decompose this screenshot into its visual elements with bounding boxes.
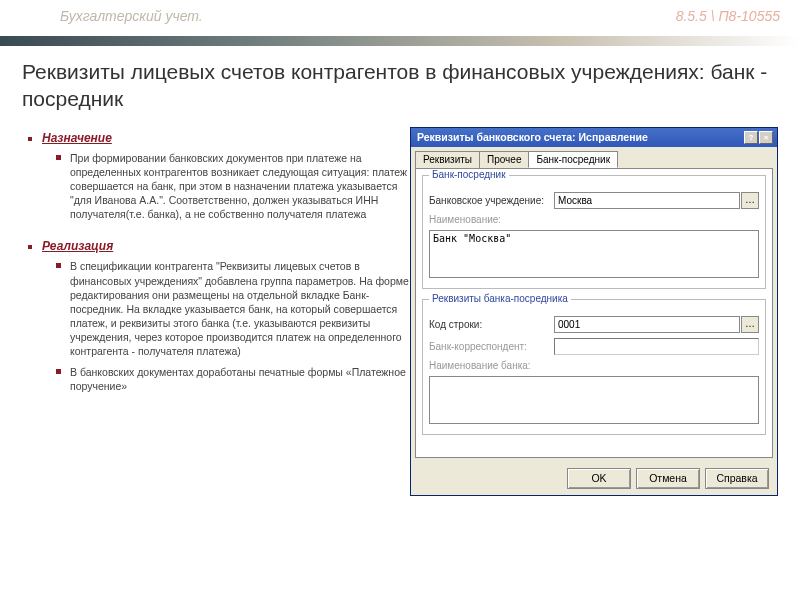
dialog-window: Реквизиты банковского счета: Исправление… xyxy=(410,127,778,496)
ellipsis-icon[interactable]: … xyxy=(741,192,759,209)
code-line-label: Код строки: xyxy=(429,319,554,330)
tab-row: Реквизиты Прочее Банк-посредник xyxy=(411,147,777,168)
list-item: В спецификации контрагента "Реквизиты ли… xyxy=(70,259,410,358)
cancel-button[interactable]: Отмена xyxy=(636,468,700,489)
section-heading-purpose: Назначение xyxy=(42,131,410,145)
header-gradient xyxy=(0,36,800,46)
correspondent-bank-input[interactable] xyxy=(554,338,759,355)
groupbox-title: Банк-посредник xyxy=(429,169,509,180)
slide-header: Бухгалтерский учет. 8.5.5 \ П8-10555 xyxy=(0,0,800,36)
ok-button[interactable]: OK xyxy=(567,468,631,489)
header-title: Бухгалтерский учет. xyxy=(60,8,203,36)
page-title: Реквизиты лицевых счетов контрагентов в … xyxy=(0,58,800,113)
correspondent-bank-label: Банк-корреспондент: xyxy=(429,341,554,352)
section-heading-implementation: Реализация xyxy=(42,239,410,253)
help-button[interactable]: Справка xyxy=(705,468,769,489)
groupbox-title: Реквизиты банка-посредника xyxy=(429,293,571,304)
tab-other[interactable]: Прочее xyxy=(479,151,529,168)
bank-name-textarea[interactable] xyxy=(429,376,759,424)
groupbox-intermediary-requisites: Реквизиты банка-посредника Код строки: …… xyxy=(422,299,766,435)
tab-bank-intermediary[interactable]: Банк-посредник xyxy=(528,151,618,168)
dialog-titlebar[interactable]: Реквизиты банковского счета: Исправление… xyxy=(411,128,777,147)
tab-requisites[interactable]: Реквизиты xyxy=(415,151,480,168)
implementation-list: В спецификации контрагента "Реквизиты ли… xyxy=(12,259,410,393)
bank-name-label: Наименование банка: xyxy=(429,360,554,371)
dialog-button-bar: OK Отмена Справка xyxy=(411,462,777,495)
help-window-icon[interactable]: ? xyxy=(744,131,758,144)
header-version: 8.5.5 \ П8-10555 xyxy=(676,8,780,36)
bank-institution-label: Банковское учреждение: xyxy=(429,195,554,206)
purpose-list: При формировании банковских документов п… xyxy=(12,151,410,222)
bank-institution-input[interactable] xyxy=(554,192,740,209)
close-icon[interactable]: × xyxy=(759,131,773,144)
tab-panel: Банк-посредник Банковское учреждение: … … xyxy=(415,168,773,458)
groupbox-bank-intermediary: Банк-посредник Банковское учреждение: … … xyxy=(422,175,766,289)
ellipsis-icon[interactable]: … xyxy=(741,316,759,333)
name-label: Наименование: xyxy=(429,214,554,225)
name-textarea[interactable] xyxy=(429,230,759,278)
dialog-title: Реквизиты банковского счета: Исправление xyxy=(417,131,648,143)
code-line-input[interactable] xyxy=(554,316,740,333)
list-item: При формировании банковских документов п… xyxy=(70,151,410,222)
list-item: В банковских документах доработаны печат… xyxy=(70,365,410,393)
